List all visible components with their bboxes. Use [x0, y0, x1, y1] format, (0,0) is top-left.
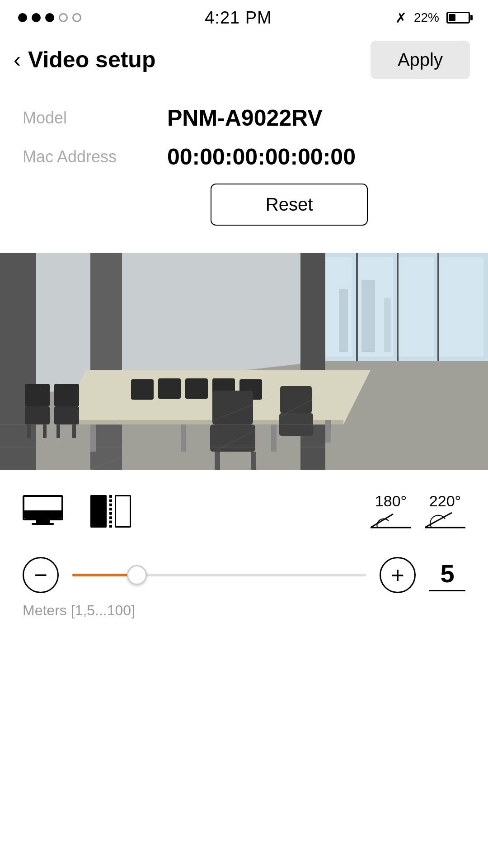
svg-rect-34 [185, 378, 208, 399]
svg-rect-14 [384, 298, 391, 352]
svg-rect-17 [300, 253, 325, 470]
mac-label: Mac Address [23, 147, 167, 166]
angle-180-button[interactable]: 180° [371, 492, 411, 530]
reset-container: Reset [113, 184, 465, 226]
apply-button[interactable]: Apply [371, 41, 470, 79]
back-button[interactable]: ‹ [14, 49, 21, 71]
video-preview [0, 253, 488, 470]
svg-rect-25 [25, 406, 50, 425]
svg-rect-24 [25, 384, 50, 406]
svg-rect-33 [158, 378, 181, 399]
slider-row: − + 5 [23, 557, 465, 593]
svg-rect-20 [90, 425, 96, 452]
svg-rect-40 [251, 452, 256, 470]
dot-3 [45, 13, 54, 22]
svg-rect-21 [181, 425, 186, 452]
model-row: Model PNM-A9022RV [23, 105, 465, 131]
conference-room-image [0, 253, 488, 470]
controls-section: 180° 220° − + [0, 470, 488, 637]
angle-220-icon [425, 512, 465, 530]
svg-rect-29 [54, 406, 79, 425]
status-bar: 4:21 PM ✗ 22% [0, 0, 488, 33]
mac-row: Mac Address 00:00:00:00:00:00 [23, 144, 465, 170]
view-mode-left [23, 495, 131, 528]
plus-button[interactable]: + [380, 557, 416, 593]
meters-label: Meters [1,5...100] [23, 602, 465, 619]
monitor-bar-icon [24, 510, 61, 519]
header: ‹ Video setup Apply [0, 33, 488, 87]
slider-track[interactable] [72, 574, 366, 576]
minus-button[interactable]: − [23, 557, 59, 593]
svg-line-48 [371, 514, 393, 528]
angle-220-label: 220° [429, 492, 461, 510]
battery-icon [446, 12, 470, 24]
split-left-icon [90, 495, 107, 528]
svg-rect-23 [325, 420, 331, 443]
page-title: Video setup [28, 47, 155, 73]
mac-value: 00:00:00:00:00:00 [167, 144, 356, 170]
svg-rect-32 [131, 379, 154, 400]
status-right: ✗ 22% [395, 10, 470, 26]
dot-4 [59, 13, 68, 22]
battery-percent: 22% [414, 10, 439, 25]
monitor-base-icon [32, 523, 54, 525]
svg-rect-12 [339, 289, 348, 352]
signal-dots [18, 13, 81, 22]
dot-2 [32, 13, 41, 22]
svg-rect-27 [43, 425, 47, 438]
monitor-stand-icon [36, 520, 50, 523]
view-mode-right: 180° 220° [371, 492, 465, 530]
bluetooth-icon: ✗ [395, 10, 407, 26]
svg-rect-26 [27, 425, 31, 438]
battery-fill [449, 14, 455, 21]
split-view-button[interactable] [90, 495, 131, 528]
slider-thumb[interactable] [127, 565, 147, 585]
svg-rect-7 [438, 257, 483, 357]
svg-rect-30 [56, 425, 60, 438]
monitor-screen-icon [23, 495, 63, 520]
angle-180-label: 180° [375, 492, 407, 510]
slider-value-display[interactable]: 5 [429, 559, 465, 591]
svg-rect-41 [280, 386, 312, 413]
reset-button[interactable]: Reset [211, 184, 368, 226]
header-left: ‹ Video setup [14, 47, 155, 73]
svg-rect-22 [271, 425, 277, 452]
svg-rect-39 [215, 452, 220, 470]
angle-220-button[interactable]: 220° [425, 492, 465, 530]
dot-1 [18, 13, 27, 22]
angle-180-icon [371, 512, 411, 530]
model-value: PNM-A9022RV [167, 105, 323, 131]
svg-rect-6 [398, 257, 434, 357]
svg-rect-28 [54, 384, 79, 406]
time-display: 4:21 PM [205, 8, 272, 28]
split-right-icon [115, 495, 131, 528]
view-modes-row: 180° 220° [23, 492, 465, 530]
model-label: Model [23, 108, 167, 127]
svg-rect-31 [72, 425, 76, 438]
svg-rect-38 [210, 425, 255, 452]
monitor-view-button[interactable] [23, 495, 63, 528]
dot-5 [72, 13, 81, 22]
device-info: Model PNM-A9022RV Mac Address 00:00:00:0… [0, 87, 488, 253]
split-divider-icon [109, 495, 112, 528]
svg-rect-37 [212, 391, 253, 425]
svg-rect-13 [361, 280, 375, 352]
